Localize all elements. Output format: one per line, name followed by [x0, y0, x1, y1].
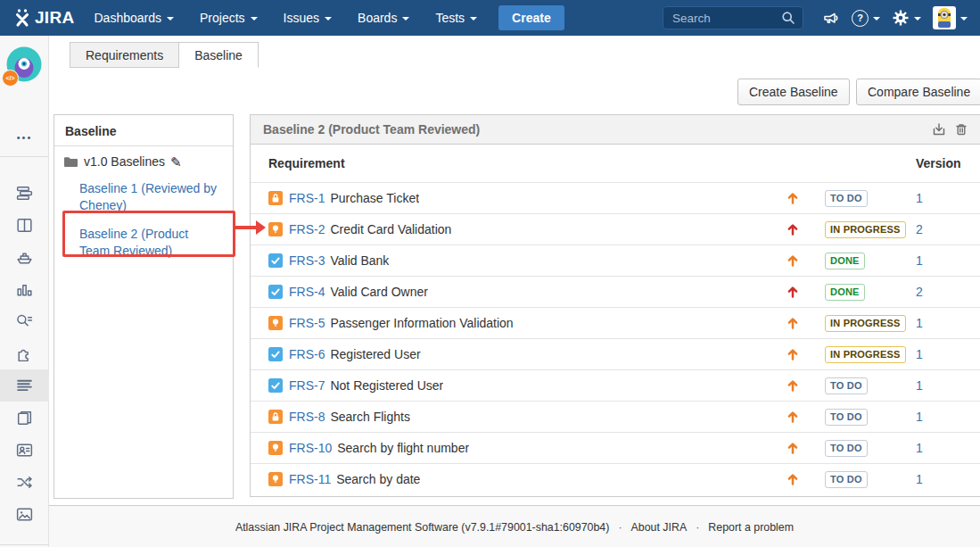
- shuffle-icon: [15, 473, 34, 492]
- about-jira-link[interactable]: About JIRA: [631, 521, 688, 534]
- project-sidebar: </> •••: [0, 36, 49, 547]
- sidebar-item-shuffle[interactable]: [0, 466, 49, 498]
- priority-high-icon: [786, 472, 800, 486]
- priority-high-icon: [786, 253, 800, 268]
- search-input[interactable]: [671, 11, 781, 26]
- issue-summary: Registered User: [330, 347, 420, 361]
- page-footer: Atlassian JIRA Project Management Softwa…: [49, 505, 980, 547]
- requirements-icon: [15, 377, 34, 395]
- tab-baseline[interactable]: Baseline: [179, 42, 259, 68]
- jira-logo[interactable]: JIRA: [12, 7, 75, 29]
- sidebar-item-backlog[interactable]: [0, 177, 49, 209]
- version-link[interactable]: 1: [916, 253, 923, 268]
- sidebar-item-requirements[interactable]: [0, 369, 49, 402]
- help-menu[interactable]: ?: [852, 10, 880, 27]
- releases-icon: [15, 248, 34, 267]
- panel-title: Baseline: [54, 115, 233, 146]
- sidebar-item-pages[interactable]: [0, 402, 49, 434]
- issue-key-link[interactable]: FRS-3: [289, 253, 325, 268]
- baseline-link-list: Baseline 1 (Reviewed by Cheney)Baseline …: [63, 180, 224, 260]
- issue-summary: Passenger Information Validation: [330, 316, 513, 330]
- version-link[interactable]: 1: [916, 410, 923, 424]
- bulb-issue-type-icon: [268, 472, 283, 486]
- version-link[interactable]: 2: [916, 222, 923, 236]
- sidebar-item-contacts[interactable]: [0, 434, 49, 466]
- bulb-issue-type-icon: [268, 222, 283, 236]
- baseline-link-1[interactable]: Baseline 1 (Reviewed by Cheney): [79, 180, 220, 214]
- baseline-tree: v1.0 Baselines ✎ Baseline 1 (Reviewed by…: [54, 146, 233, 260]
- nav-item-issues[interactable]: Issues: [284, 11, 332, 25]
- version-link[interactable]: 1: [916, 472, 923, 486]
- sidebar-item-releases[interactable]: [0, 241, 49, 273]
- settings-menu[interactable]: [892, 9, 921, 27]
- issue-key-link[interactable]: FRS-4: [289, 285, 325, 299]
- table-row: FRS-4 Valid Card Owner DONE 2: [251, 276, 980, 307]
- top-navigation-bar: JIRA DashboardsProjectsIssuesBoardsTests…: [0, 0, 980, 36]
- tab-requirements[interactable]: Requirements: [70, 42, 179, 68]
- jira-logo-mark-icon: [12, 7, 32, 29]
- issue-key-link[interactable]: FRS-11: [289, 472, 331, 486]
- version-link[interactable]: 2: [916, 285, 923, 299]
- user-menu[interactable]: [933, 6, 968, 29]
- sidebar-item-reports[interactable]: [0, 273, 49, 305]
- chevron-down-icon: [251, 17, 258, 21]
- issue-key-link[interactable]: FRS-1: [289, 191, 325, 205]
- megaphone-icon[interactable]: [822, 9, 840, 27]
- create-button[interactable]: Create: [498, 5, 564, 30]
- sidebar-item-search-issues[interactable]: [0, 305, 49, 337]
- jira-logo-text: JIRA: [35, 8, 75, 28]
- issue-key-link[interactable]: FRS-2: [289, 222, 325, 236]
- issue-key-link[interactable]: FRS-7: [289, 378, 325, 393]
- edit-pencil-icon[interactable]: ✎: [170, 155, 182, 169]
- sidebar-item-media[interactable]: [0, 498, 49, 530]
- table-row: FRS-10 Search by flight number TO DO 1: [251, 432, 980, 463]
- issue-summary: Search by flight number: [337, 441, 469, 455]
- report-problem-link[interactable]: Report a problem: [708, 521, 794, 534]
- sidebar-item-add-ons[interactable]: [0, 337, 49, 369]
- issue-key-link[interactable]: FRS-8: [289, 410, 325, 424]
- issue-summary: Credit Card Validation: [330, 222, 451, 236]
- compare-baseline-button[interactable]: Compare Baseline: [856, 79, 980, 105]
- trash-icon[interactable]: [953, 121, 969, 137]
- baseline-folder[interactable]: v1.0 Baselines ✎: [63, 154, 224, 169]
- chevron-down-icon: [167, 17, 174, 21]
- version-link[interactable]: 1: [916, 441, 923, 455]
- issue-key-link[interactable]: FRS-10: [289, 441, 332, 455]
- search-issues-icon: [15, 312, 34, 331]
- nav-item-tests[interactable]: Tests: [435, 11, 477, 25]
- download-icon[interactable]: [931, 121, 947, 137]
- chevron-down-icon: [402, 17, 409, 21]
- check-issue-type-icon: [268, 347, 283, 361]
- version-link[interactable]: 1: [916, 347, 923, 361]
- version-link[interactable]: 1: [916, 378, 923, 393]
- status-badge: IN PROGRESS: [825, 221, 906, 237]
- status-badge: TO DO: [825, 409, 868, 425]
- folder-label: v1.0 Baselines: [84, 154, 165, 169]
- sidebar-item-board[interactable]: [0, 209, 49, 241]
- version-link[interactable]: 1: [916, 316, 923, 330]
- check-issue-type-icon: [268, 378, 283, 393]
- nav-item-projects[interactable]: Projects: [200, 11, 258, 25]
- contacts-icon: [15, 441, 34, 460]
- help-icon: ?: [852, 10, 869, 27]
- table-row: FRS-3 Valid Bank DONE 1: [251, 244, 980, 276]
- table-row: FRS-7 Not Registered User TO DO 1: [251, 369, 980, 401]
- nav-item-dashboards[interactable]: Dashboards: [95, 11, 175, 25]
- search-icon[interactable]: [781, 11, 795, 25]
- status-badge: TO DO: [825, 190, 868, 206]
- priority-high-icon: [786, 316, 800, 330]
- issue-key-link[interactable]: FRS-5: [289, 316, 325, 330]
- status-badge: IN PROGRESS: [825, 315, 906, 331]
- column-header-version: Version: [916, 156, 961, 170]
- status-badge: IN PROGRESS: [825, 346, 906, 362]
- search-box[interactable]: [663, 6, 803, 29]
- issue-key-link[interactable]: FRS-6: [289, 347, 325, 361]
- more-options-icon[interactable]: •••: [0, 132, 49, 143]
- version-link[interactable]: 1: [916, 191, 923, 205]
- create-baseline-button[interactable]: Create Baseline: [737, 79, 850, 105]
- nav-item-boards[interactable]: Boards: [358, 11, 409, 25]
- project-type-badge-icon: </>: [2, 70, 19, 87]
- issue-summary: Not Registered User: [330, 378, 443, 393]
- baseline-link-2[interactable]: Baseline 2 (Product Team Reviewed): [79, 226, 220, 260]
- sidebar-icon-list: [0, 177, 49, 530]
